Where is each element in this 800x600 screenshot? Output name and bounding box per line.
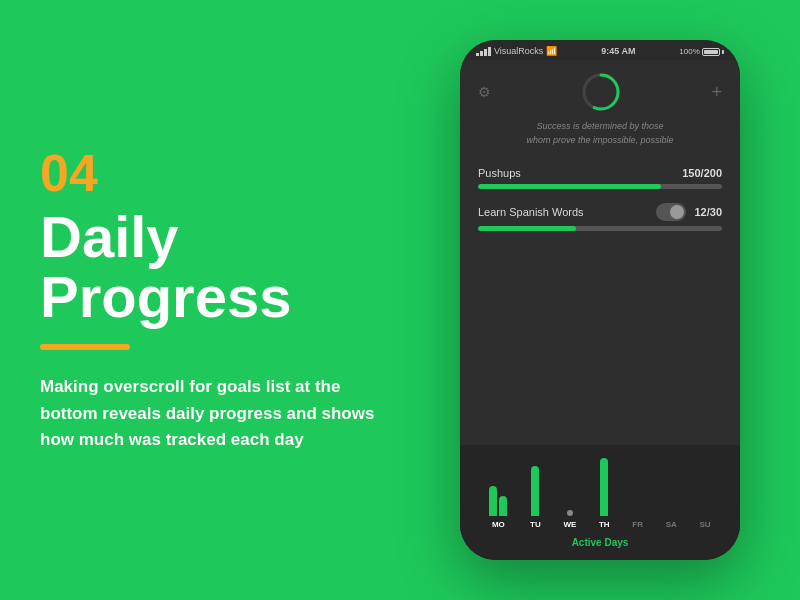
bar-mo-wrap: [489, 486, 507, 516]
step-number: 04: [40, 147, 380, 199]
goal-pushups: Pushups 150/200: [478, 167, 722, 189]
goal-spanish-fill: [478, 226, 576, 231]
day-label-su: SU: [700, 520, 711, 529]
ring-progress-icon: [579, 70, 623, 114]
chart-area: MO TU WE: [460, 445, 740, 560]
toggle-knob: [670, 205, 684, 219]
page-title: Daily Progress: [40, 207, 380, 329]
goal-pushups-header: Pushups 150/200: [478, 167, 722, 179]
description-text: Making overscroll for goals list at the …: [40, 374, 380, 453]
goals-list: Pushups 150/200 Learn Spanish Words: [460, 159, 740, 251]
goal-spanish-toggle[interactable]: [656, 203, 686, 221]
signal-icon: [476, 47, 491, 56]
bar-mo-1: [489, 486, 497, 516]
quote-text: Success is determined by thosewhom prove…: [480, 120, 720, 147]
goal-pushups-name: Pushups: [478, 167, 521, 179]
bar-tu: TU: [530, 466, 541, 529]
quote-area: Success is determined by thosewhom prove…: [460, 120, 740, 159]
day-label-sa: SA: [666, 520, 677, 529]
phone-mockup: VisualRocks 📶 9:45 AM 100% ⚙ +: [460, 40, 740, 560]
day-label-mo: MO: [492, 520, 505, 529]
bar-th-1: [600, 458, 608, 516]
chart-title: Active Days: [478, 537, 722, 548]
status-left: VisualRocks 📶: [476, 46, 557, 56]
bar-fr: FR: [632, 466, 643, 529]
gear-icon[interactable]: ⚙: [478, 84, 491, 100]
goal-spanish: Learn Spanish Words 12/30: [478, 203, 722, 231]
phone-wrapper: VisualRocks 📶 9:45 AM 100% ⚙ +: [440, 40, 760, 560]
goal-spanish-count: 12/30: [694, 206, 722, 218]
bar-we: WE: [563, 466, 576, 529]
goal-pushups-track: [478, 184, 722, 189]
bar-mo-2: [499, 496, 507, 516]
carrier-label: VisualRocks: [494, 46, 543, 56]
goal-pushups-count: 150/200: [682, 167, 722, 179]
day-label-we: WE: [563, 520, 576, 529]
goal-spanish-right: 12/30: [656, 203, 722, 221]
wifi-icon: 📶: [546, 46, 557, 56]
bar-we-dot: [567, 510, 573, 516]
top-bar: ⚙ +: [460, 60, 740, 120]
status-bar: VisualRocks 📶 9:45 AM 100%: [460, 40, 740, 60]
bar-th: TH: [599, 458, 610, 529]
goal-spanish-track: [478, 226, 722, 231]
goal-spanish-name: Learn Spanish Words: [478, 206, 584, 218]
battery-icon: [702, 48, 724, 56]
day-label-tu: TU: [530, 520, 541, 529]
goal-pushups-fill: [478, 184, 661, 189]
bar-sa: SA: [666, 466, 677, 529]
battery-indicator: 100%: [679, 47, 724, 56]
bar-su: SU: [700, 466, 711, 529]
day-label-fr: FR: [632, 520, 643, 529]
left-panel: 04 Daily Progress Making overscroll for …: [40, 147, 380, 454]
add-icon[interactable]: +: [711, 82, 722, 103]
time-display: 9:45 AM: [601, 46, 635, 56]
bar-we-wrap: [567, 466, 573, 516]
bar-tu-1: [531, 466, 539, 516]
bar-tu-wrap: [531, 466, 539, 516]
goal-spanish-header: Learn Spanish Words 12/30: [478, 203, 722, 221]
day-label-th: TH: [599, 520, 610, 529]
phone-content: ⚙ + Success is determined by thosewhom p…: [460, 60, 740, 560]
bar-mo: MO: [489, 486, 507, 529]
bar-th-wrap: [600, 458, 608, 516]
yellow-divider: [40, 344, 130, 350]
bars-container: MO TU WE: [478, 459, 722, 529]
